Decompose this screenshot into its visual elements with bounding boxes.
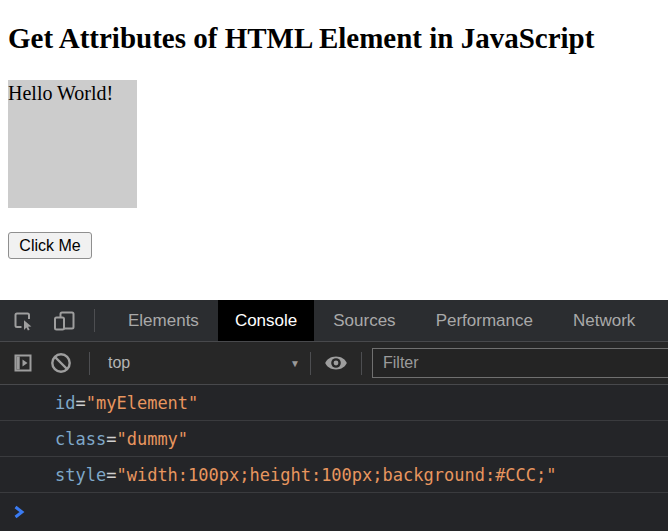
console-message-id[interactable]: id="myElement" [0, 385, 668, 421]
inspect-element-icon[interactable] [12, 310, 34, 332]
equals-sign: = [106, 429, 116, 449]
eye-icon[interactable] [323, 351, 349, 375]
tab-console[interactable]: Console [218, 300, 314, 341]
tab-sources-label: Sources [333, 311, 395, 331]
console-message-style[interactable]: style="width:100px;height:100px;backgrou… [0, 457, 668, 493]
tab-network[interactable]: Network [556, 300, 652, 341]
attr-name: class [55, 429, 106, 449]
toolbar-divider [361, 352, 362, 375]
attr-name: id [55, 393, 75, 413]
execution-context-value: top [108, 354, 130, 372]
filter-input[interactable] [372, 348, 668, 378]
console-output: id="myElement" class="dummy" style="widt… [0, 385, 668, 531]
click-me-button[interactable]: Click Me [8, 232, 92, 259]
dropdown-arrow-icon: ▼ [290, 358, 300, 369]
demo-element-text: Hello World! [8, 82, 113, 104]
console-message-class[interactable]: class="dummy" [0, 421, 668, 457]
click-me-button-label: Click Me [19, 237, 80, 255]
demo-element: Hello World! [8, 80, 137, 208]
tab-sources[interactable]: Sources [316, 300, 412, 341]
prompt-chevron-icon [13, 505, 25, 519]
attr-value: "dummy" [116, 429, 188, 449]
tab-performance-label: Performance [436, 311, 533, 331]
devtools-panel: Elements Console Sources Performance Net… [0, 300, 668, 531]
devtools-tabs: Elements Console Sources Performance Net… [111, 300, 652, 341]
toolbar-divider [89, 352, 90, 375]
console-prompt[interactable] [0, 493, 668, 531]
page-title: Get Attributes of HTML Element in JavaSc… [8, 22, 594, 55]
attr-value: "myElement" [86, 393, 199, 413]
tabbar-divider [94, 309, 95, 332]
tab-elements[interactable]: Elements [111, 300, 216, 341]
execution-context-selector[interactable]: top ▼ [92, 354, 310, 372]
attr-value: "width:100px;height:100px;background:#CC… [116, 465, 556, 485]
equals-sign: = [106, 465, 116, 485]
device-toolbar-icon[interactable] [52, 310, 76, 332]
tab-elements-label: Elements [128, 311, 199, 331]
tab-network-label: Network [573, 311, 635, 331]
tab-console-label: Console [235, 311, 297, 331]
clear-console-icon[interactable] [49, 351, 73, 375]
console-toolbar: top ▼ [0, 342, 668, 385]
tab-performance[interactable]: Performance [419, 300, 550, 341]
attr-name: style [55, 465, 106, 485]
browser-viewport: Get Attributes of HTML Element in JavaSc… [0, 0, 668, 531]
devtools-tabbar-icons [0, 300, 95, 341]
console-sidebar-icon[interactable] [12, 352, 34, 374]
equals-sign: = [75, 393, 85, 413]
devtools-tabbar: Elements Console Sources Performance Net… [0, 300, 668, 342]
toolbar-divider [310, 352, 311, 375]
